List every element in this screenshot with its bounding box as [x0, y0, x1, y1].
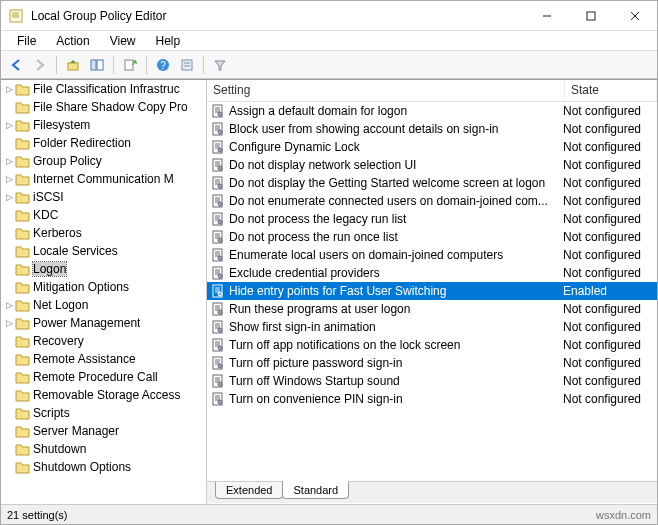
menu-help[interactable]: Help: [146, 33, 191, 49]
tree-item[interactable]: ▷Filesystem: [1, 116, 206, 134]
setting-name: Turn off Windows Startup sound: [227, 374, 563, 388]
column-setting[interactable]: Setting: [207, 80, 565, 101]
expander-icon[interactable]: ▷: [3, 174, 15, 184]
list-pane: Setting State Assign a default domain fo…: [207, 80, 657, 504]
list-row[interactable]: Configure Dynamic LockNot configured: [207, 138, 657, 156]
filter-button[interactable]: [209, 54, 231, 76]
tree-item[interactable]: Shutdown: [1, 440, 206, 458]
tree-item[interactable]: ▷Net Logon: [1, 296, 206, 314]
tree-item[interactable]: Scripts: [1, 404, 206, 422]
help-button[interactable]: ?: [152, 54, 174, 76]
watermark: wsxdn.com: [596, 509, 651, 521]
expander-icon[interactable]: ▷: [3, 156, 15, 166]
tree-item[interactable]: Mitigation Options: [1, 278, 206, 296]
policy-icon: [209, 194, 227, 208]
setting-name: Enumerate local users on domain-joined c…: [227, 248, 563, 262]
svg-rect-0: [10, 10, 22, 22]
list-row[interactable]: Turn off app notifications on the lock s…: [207, 336, 657, 354]
tree-item[interactable]: Kerberos: [1, 224, 206, 242]
expander-icon[interactable]: ▷: [3, 318, 15, 328]
svg-point-76: [218, 310, 222, 314]
back-button[interactable]: [5, 54, 27, 76]
up-level-button[interactable]: [62, 54, 84, 76]
tree-item-label: Shutdown: [33, 442, 86, 456]
minimize-button[interactable]: [525, 1, 569, 30]
tab-strip: Extended Standard: [207, 481, 657, 503]
list-row[interactable]: Do not enumerate connected users on doma…: [207, 192, 657, 210]
setting-name: Show first sign-in animation: [227, 320, 563, 334]
toolbar-separator: [113, 56, 114, 74]
tree-item[interactable]: ▷Power Management: [1, 314, 206, 332]
svg-point-66: [218, 274, 222, 278]
tree-item[interactable]: Shutdown Options: [1, 458, 206, 476]
tree-item[interactable]: Locale Services: [1, 242, 206, 260]
export-list-button[interactable]: [119, 54, 141, 76]
policy-icon: [209, 320, 227, 334]
list-row[interactable]: Turn off Windows Startup soundNot config…: [207, 372, 657, 390]
tree-item-label: Folder Redirection: [33, 136, 131, 150]
policy-settings-button[interactable]: [176, 54, 198, 76]
policy-icon: [209, 338, 227, 352]
list-row[interactable]: Do not process the run once listNot conf…: [207, 228, 657, 246]
list-row[interactable]: Enumerate local users on domain-joined c…: [207, 246, 657, 264]
setting-name: Assign a default domain for logon: [227, 104, 563, 118]
maximize-button[interactable]: [569, 1, 613, 30]
list-row[interactable]: Block user from showing account details …: [207, 120, 657, 138]
tree-item[interactable]: ▷iSCSI: [1, 188, 206, 206]
list-row[interactable]: Run these programs at user logonNot conf…: [207, 300, 657, 318]
list-row[interactable]: Assign a default domain for logonNot con…: [207, 102, 657, 120]
list-row[interactable]: Do not display network selection UINot c…: [207, 156, 657, 174]
tree-item[interactable]: Server Manager: [1, 422, 206, 440]
tree-item[interactable]: Logon: [1, 260, 206, 278]
tree-item[interactable]: ▷Internet Communication M: [1, 170, 206, 188]
menu-view[interactable]: View: [100, 33, 146, 49]
svg-point-26: [218, 130, 222, 134]
setting-name: Turn on convenience PIN sign-in: [227, 392, 563, 406]
tree-item[interactable]: ▷File Classification Infrastruc: [1, 80, 206, 98]
menu-file[interactable]: File: [7, 33, 46, 49]
close-button[interactable]: [613, 1, 657, 30]
tree-item[interactable]: File Share Shadow Copy Pro: [1, 98, 206, 116]
setting-state: Not configured: [563, 338, 655, 352]
column-state[interactable]: State: [565, 80, 657, 101]
svg-point-36: [218, 166, 222, 170]
tree-item-label: Server Manager: [33, 424, 119, 438]
statusbar: 21 setting(s) wsxdn.com: [1, 504, 657, 524]
tree-pane[interactable]: ▷File Classification InfrastrucFile Shar…: [1, 80, 207, 504]
tree-item[interactable]: Removable Storage Access: [1, 386, 206, 404]
tree-item[interactable]: Recovery: [1, 332, 206, 350]
folder-icon: [15, 173, 30, 186]
tree-item[interactable]: KDC: [1, 206, 206, 224]
policy-icon: [209, 122, 227, 136]
folder-icon: [15, 227, 30, 240]
expander-icon[interactable]: ▷: [3, 192, 15, 202]
list-body[interactable]: Assign a default domain for logonNot con…: [207, 102, 657, 482]
list-row[interactable]: Do not display the Getting Started welco…: [207, 174, 657, 192]
list-row[interactable]: Hide entry points for Fast User Switchin…: [207, 282, 657, 300]
list-row[interactable]: Turn on convenience PIN sign-inNot confi…: [207, 390, 657, 408]
expander-icon[interactable]: ▷: [3, 120, 15, 130]
setting-state: Not configured: [563, 374, 655, 388]
setting-state: Not configured: [563, 302, 655, 316]
tree-item[interactable]: Remote Procedure Call: [1, 368, 206, 386]
svg-point-86: [218, 346, 222, 350]
forward-button[interactable]: [29, 54, 51, 76]
menu-action[interactable]: Action: [46, 33, 99, 49]
list-row[interactable]: Show first sign-in animationNot configur…: [207, 318, 657, 336]
folder-icon: [15, 101, 30, 114]
folder-icon: [15, 263, 30, 276]
tab-standard[interactable]: Standard: [282, 481, 349, 499]
tree-item[interactable]: Folder Redirection: [1, 134, 206, 152]
setting-name: Do not display network selection UI: [227, 158, 563, 172]
list-row[interactable]: Exclude credential providersNot configur…: [207, 264, 657, 282]
tree-item[interactable]: ▷Group Policy: [1, 152, 206, 170]
show-hide-tree-button[interactable]: [86, 54, 108, 76]
tree-item-label: Net Logon: [33, 298, 88, 312]
tree-item[interactable]: Remote Assistance: [1, 350, 206, 368]
expander-icon[interactable]: ▷: [3, 84, 15, 94]
expander-icon[interactable]: ▷: [3, 300, 15, 310]
policy-icon: [209, 104, 227, 118]
list-row[interactable]: Turn off picture password sign-inNot con…: [207, 354, 657, 372]
list-row[interactable]: Do not process the legacy run listNot co…: [207, 210, 657, 228]
tab-extended[interactable]: Extended: [215, 482, 283, 499]
